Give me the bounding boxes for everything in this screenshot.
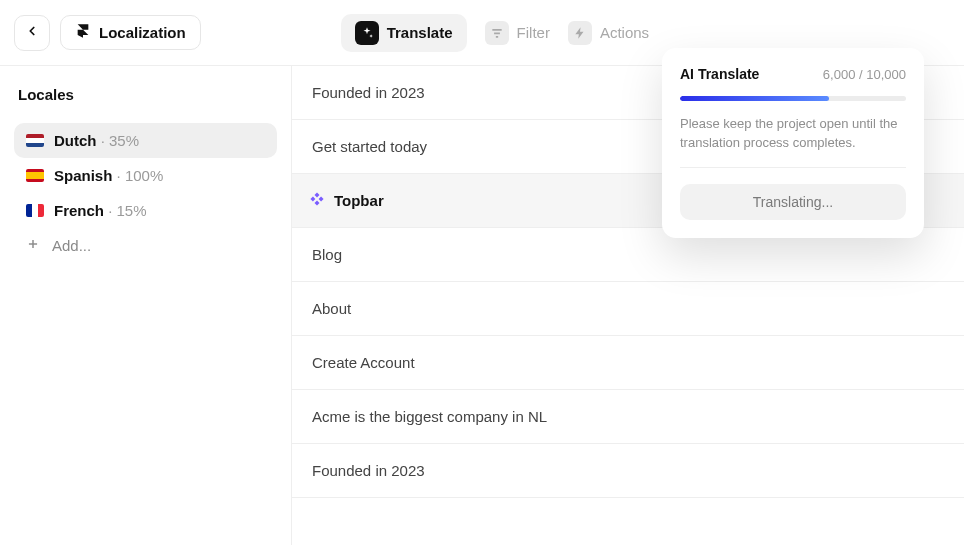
popover-title: AI Translate	[680, 66, 759, 82]
translating-button: Translating...	[680, 184, 906, 220]
filter-button[interactable]: Filter	[485, 21, 550, 45]
locale-pct: · 100%	[117, 167, 164, 184]
list-item[interactable]: About	[292, 282, 964, 336]
svg-rect-5	[315, 201, 320, 206]
list-item[interactable]: Acme is the biggest company in NL	[292, 390, 964, 444]
sparkle-icon	[355, 21, 379, 45]
plus-icon	[26, 237, 40, 254]
svg-rect-2	[315, 192, 320, 197]
sidebar-item-dutch[interactable]: Dutch · 35%	[14, 123, 277, 158]
localization-button[interactable]: Localization	[60, 15, 201, 50]
localization-label: Localization	[99, 24, 186, 41]
translate-label: Translate	[387, 24, 453, 41]
back-button[interactable]	[14, 15, 50, 51]
flag-fr-icon	[26, 204, 44, 217]
locale-name: Spanish	[54, 167, 112, 184]
chevron-left-icon	[25, 24, 39, 41]
filter-icon	[485, 21, 509, 45]
lightning-icon	[568, 21, 592, 45]
actions-label: Actions	[600, 24, 649, 41]
locale-name: Dutch	[54, 132, 97, 149]
svg-rect-4	[319, 197, 324, 202]
flag-nl-icon	[26, 134, 44, 147]
progress-bar	[680, 96, 906, 101]
translate-popover: AI Translate 6,000 / 10,000 Please keep …	[662, 48, 924, 238]
sidebar-item-french[interactable]: French · 15%	[14, 193, 277, 228]
toolbar-actions: Translate Filter Actions	[341, 14, 649, 52]
framer-icon	[75, 23, 91, 42]
translate-button[interactable]: Translate	[341, 14, 467, 52]
sidebar: Locales Dutch · 35% Spanish · 100% Frenc…	[0, 66, 292, 545]
progress-fill	[680, 96, 829, 101]
add-locale-button[interactable]: Add...	[14, 228, 277, 263]
sidebar-title: Locales	[14, 86, 277, 103]
list-item[interactable]: Create Account	[292, 336, 964, 390]
sidebar-item-spanish[interactable]: Spanish · 100%	[14, 158, 277, 193]
filter-label: Filter	[517, 24, 550, 41]
popover-counter: 6,000 / 10,000	[823, 67, 906, 82]
actions-button[interactable]: Actions	[568, 21, 649, 45]
section-label: Topbar	[334, 192, 384, 209]
locale-name: French	[54, 202, 104, 219]
popover-text: Please keep the project open until the t…	[680, 115, 906, 168]
svg-rect-3	[310, 197, 315, 202]
add-label: Add...	[52, 237, 91, 254]
locale-pct: · 15%	[108, 202, 146, 219]
component-icon	[310, 192, 324, 209]
flag-es-icon	[26, 169, 44, 182]
list-item[interactable]: Founded in 2023	[292, 444, 964, 498]
locale-pct: · 35%	[101, 132, 139, 149]
